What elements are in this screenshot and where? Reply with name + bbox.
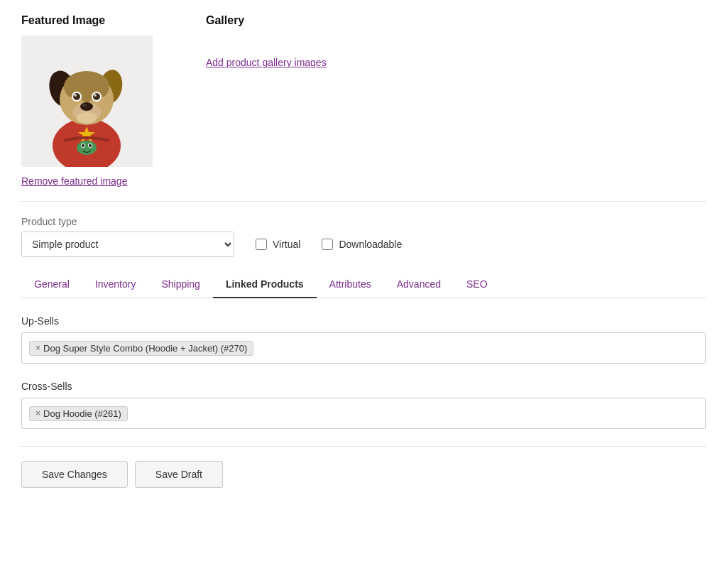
downloadable-checkbox-group: Downloadable	[322, 239, 402, 250]
svg-point-19	[77, 112, 97, 124]
up-sells-tag-270-remove[interactable]: ×	[35, 343, 40, 353]
product-type-controls: Simple product Variable product Grouped …	[21, 232, 706, 257]
svg-point-15	[74, 94, 77, 97]
tab-attributes[interactable]: Attributes	[317, 271, 384, 298]
cross-sells-input[interactable]: × Dog Hoodie (#261)	[21, 398, 706, 429]
gallery-section: Gallery Add product gallery images	[206, 14, 706, 187]
svg-point-14	[73, 93, 80, 100]
svg-point-17	[93, 93, 100, 100]
product-tabs: General Inventory Shipping Linked Produc…	[21, 271, 706, 298]
downloadable-checkbox[interactable]	[322, 239, 333, 250]
up-sells-label: Up-Sells	[21, 315, 706, 327]
virtual-checkbox[interactable]	[256, 239, 267, 250]
svg-point-12	[82, 104, 87, 107]
featured-image-title: Featured Image	[21, 14, 177, 27]
virtual-label: Virtual	[273, 239, 300, 250]
featured-image	[21, 36, 153, 167]
divider-2	[21, 446, 706, 447]
cross-sells-tag-261: × Dog Hoodie (#261)	[29, 406, 128, 421]
product-type-select[interactable]: Simple product Variable product Grouped …	[21, 232, 234, 257]
remove-featured-image-link[interactable]: Remove featured image	[21, 175, 127, 187]
tab-linked-products[interactable]: Linked Products	[213, 271, 317, 298]
cross-sells-tag-261-label: Dog Hoodie (#261)	[43, 408, 121, 419]
cross-sells-label: Cross-Sells	[21, 381, 706, 392]
tab-advanced[interactable]: Advanced	[384, 271, 454, 298]
tab-shipping[interactable]: Shipping	[148, 271, 213, 298]
featured-image-box	[21, 36, 153, 167]
divider-1	[21, 201, 706, 202]
svg-point-22	[82, 144, 84, 147]
svg-point-18	[94, 94, 97, 97]
gallery-title: Gallery	[206, 14, 706, 27]
cross-sells-tag-261-remove[interactable]: ×	[35, 408, 40, 418]
featured-image-section: Featured Image	[21, 14, 177, 187]
up-sells-tag-270-label: Dog Super Style Combo (Hoodie + Jacket) …	[43, 343, 247, 354]
save-draft-button[interactable]: Save Draft	[135, 461, 223, 488]
up-sells-input[interactable]: × Dog Super Style Combo (Hoodie + Jacket…	[21, 332, 706, 364]
tab-general[interactable]: General	[21, 271, 82, 298]
virtual-checkbox-group: Virtual	[256, 239, 300, 250]
save-changes-button[interactable]: Save Changes	[21, 461, 128, 488]
buttons-row: Save Changes Save Draft	[21, 461, 706, 488]
add-gallery-link[interactable]: Add product gallery images	[206, 57, 327, 68]
downloadable-label: Downloadable	[339, 239, 402, 250]
tab-inventory[interactable]: Inventory	[82, 271, 149, 298]
tab-seo[interactable]: SEO	[454, 271, 501, 298]
svg-point-24	[89, 144, 92, 147]
up-sells-tag-270: × Dog Super Style Combo (Hoodie + Jacket…	[29, 341, 253, 356]
product-type-select-wrap: Simple product Variable product Grouped …	[21, 232, 234, 257]
up-sells-section: Up-Sells × Dog Super Style Combo (Hoodie…	[21, 315, 706, 364]
svg-point-11	[80, 102, 93, 111]
product-type-label: Product type	[21, 216, 706, 227]
cross-sells-section: Cross-Sells × Dog Hoodie (#261)	[21, 381, 706, 429]
